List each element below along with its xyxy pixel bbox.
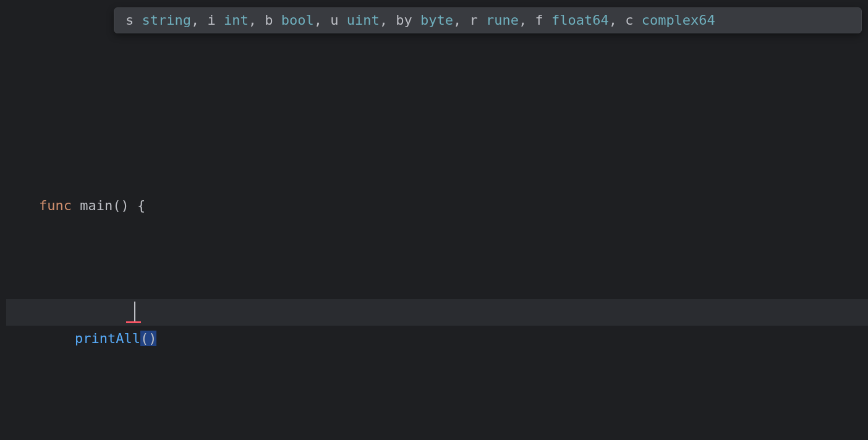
code-line-current[interactable]: printAll() xyxy=(6,299,868,326)
paren-close: ) xyxy=(148,331,156,346)
param-name: b xyxy=(265,7,273,34)
param-type: byte xyxy=(420,7,453,34)
param-name: i xyxy=(207,7,215,34)
brace-open: { xyxy=(137,198,145,213)
function-call-printAll: printAll xyxy=(75,331,140,346)
param-type: string xyxy=(142,7,191,34)
param-name: s xyxy=(126,7,134,34)
param-type: rune xyxy=(486,7,519,34)
param-name: u xyxy=(330,7,338,34)
code-editor[interactable]: s string, i int, b bool, u uint, by byte… xyxy=(0,0,868,440)
param-name: r xyxy=(469,7,477,34)
error-underline xyxy=(126,321,141,323)
code-line[interactable]: func main() { xyxy=(6,166,868,193)
function-name-main: main xyxy=(80,198,113,213)
code-line[interactable]: } xyxy=(6,431,868,440)
parameter-hint-tooltip: s string, i int, b bool, u uint, by byte… xyxy=(114,7,862,33)
param-type: int xyxy=(224,7,249,34)
param-name: c xyxy=(625,7,633,34)
param-type: float64 xyxy=(551,7,609,34)
param-name: f xyxy=(535,7,543,34)
param-type: uint xyxy=(347,7,380,34)
param-name: by xyxy=(396,7,412,34)
text-caret xyxy=(134,302,135,321)
paren-open: ( xyxy=(140,331,148,346)
param-type: bool xyxy=(281,7,314,34)
param-type: complex64 xyxy=(642,7,715,34)
keyword-func: func xyxy=(39,198,72,213)
